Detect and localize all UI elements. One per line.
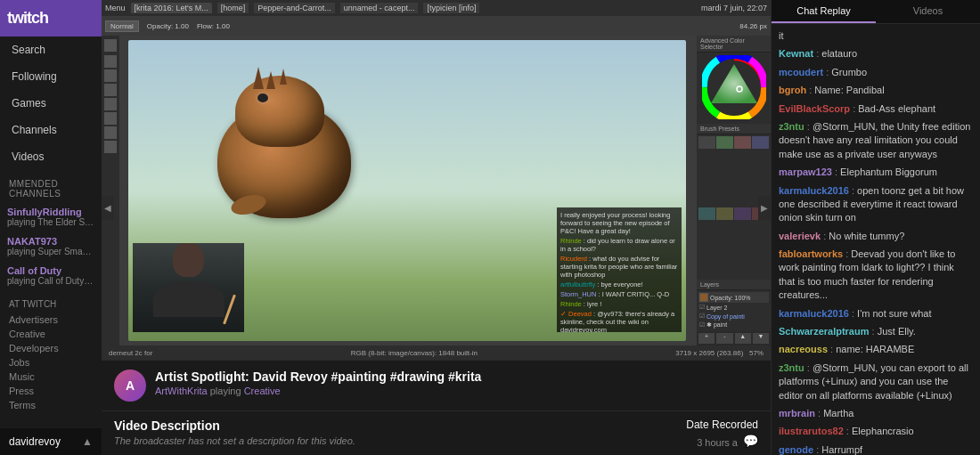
sidebar-channel-nakat[interactable]: NAKAT973 playing Super Smash Bros. for..…	[0, 232, 102, 261]
chat-username[interactable]: Kewnat	[779, 48, 813, 59]
chat-messages-container: itKewnat : elatauromcoudert : Grumbobgro…	[772, 24, 980, 455]
chat-username[interactable]: karmaluck2016	[779, 308, 849, 319]
brush-preset[interactable]	[698, 136, 715, 149]
footer-link-press[interactable]: Press	[0, 384, 102, 398]
krita-window-tab1[interactable]: [krita 2016: Let's M...	[131, 3, 212, 13]
chat-message: marpaw123 : Elephantum Biggorum	[779, 166, 973, 179]
tool-btn-3[interactable]	[104, 69, 117, 82]
layers-up-btn[interactable]: ▲	[735, 333, 751, 344]
sidebar-item-videos[interactable]: Videos	[0, 143, 102, 170]
chat-message: z3ntu : @Storm_HUN, the Unity free editi…	[779, 120, 973, 161]
date-recorded-label: Date Recorded	[686, 418, 758, 431]
left-chevron-button[interactable]: ◀	[102, 196, 114, 220]
main-content: Menu [krita 2016: Let's M... [home] Pepp…	[102, 0, 771, 455]
chat-username[interactable]: z3ntu	[779, 362, 804, 373]
chat-message: genode : Harrumpf	[779, 443, 973, 455]
description-section: Video Description The broadcaster has no…	[114, 418, 686, 448]
description-area: Video Description The broadcaster has no…	[102, 410, 771, 455]
krita-window-tab5[interactable]: [typicien [info]	[423, 3, 479, 13]
username-label[interactable]: davidrevoy	[9, 435, 61, 448]
brush-preset[interactable]	[734, 136, 751, 149]
chat-message: nacreouss : name: HARAMBE	[779, 343, 973, 356]
chat-username[interactable]: valerievk	[779, 231, 821, 241]
tool-btn-7[interactable]	[104, 126, 117, 139]
chat-username[interactable]: mrbrain	[779, 408, 815, 418]
chat-username[interactable]: z3ntu	[779, 121, 804, 132]
krita-menubar: Menu [krita 2016: Let's M... [home] Pepp…	[102, 0, 771, 16]
krita-opacity-label: Opacity: 1.00	[147, 22, 189, 30]
chat-username[interactable]: Schwarzeralptraum	[779, 326, 869, 337]
sidebar-channel-sinfully[interactable]: SinfullyRiddling playing The Elder Scrol…	[0, 202, 102, 232]
footer-link-developers[interactable]: Developers	[0, 341, 102, 355]
tool-btn-5[interactable]	[104, 98, 117, 110]
sidebar-item-search[interactable]: Search	[0, 37, 102, 63]
brush-preset[interactable]	[716, 207, 733, 220]
layers-delete-btn[interactable]: -	[716, 333, 732, 344]
user-chevron-icon[interactable]: ▲	[82, 435, 93, 448]
footer-link-jobs[interactable]: Jobs	[0, 355, 102, 370]
chat-message: EvilBlackScorp : Bad-Ass elephant	[779, 102, 973, 116]
tool-btn-4[interactable]	[104, 84, 117, 96]
chat-username[interactable]: karmaluck2016	[779, 185, 849, 196]
tab-chat-replay[interactable]: Chat Replay	[772, 0, 876, 23]
chat-username[interactable]: nacreouss	[779, 344, 828, 354]
channel-link[interactable]: ArtWithKrita	[155, 386, 208, 396]
chat-message: bgroh : Name: Pandibal	[779, 84, 973, 97]
chat-message: valerievk : No white tummy?	[779, 230, 973, 243]
chat-username[interactable]: EvilBlackScorp	[779, 103, 850, 114]
brush-preset[interactable]	[734, 207, 751, 220]
krita-canvas[interactable]: I really enjoyed your process! looking f…	[119, 36, 695, 345]
sidebar-item-following[interactable]: Following	[0, 63, 102, 90]
footer-link-creative[interactable]: Creative	[0, 327, 102, 341]
brush-preset[interactable]	[716, 136, 733, 149]
tool-btn-6[interactable]	[104, 112, 117, 125]
chat-username[interactable]: fabloartworks	[779, 248, 843, 259]
right-chevron-button[interactable]: ▶	[758, 196, 771, 220]
chat-username[interactable]: ilustrarutos82	[779, 426, 844, 436]
sidebar-channel-cod[interactable]: Call of Duty playing Call of Duty: Black…	[0, 261, 102, 290]
layer-row-2[interactable]: ☑ Layer 2	[698, 303, 769, 312]
sidebar-item-games[interactable]: Games	[0, 90, 102, 117]
layer-row[interactable]: Opacity: 100%	[698, 292, 769, 303]
sidebar-item-channels[interactable]: Channels	[0, 117, 102, 143]
color-wheel[interactable]	[697, 53, 771, 122]
krita-toolbar: Normal Opacity: 1.00 Flow: 1.00 84.26 px	[102, 16, 771, 36]
chat-message: mrbrain : Martha	[779, 407, 973, 420]
chat-message: it	[779, 29, 973, 43]
krita-menu-item[interactable]: Menu	[105, 4, 126, 12]
tool-btn-1[interactable]	[104, 39, 117, 52]
twitch-logo[interactable]: twitch	[7, 9, 48, 27]
brush-preset[interactable]	[752, 136, 769, 149]
stream-info-bar: A Artist Spotlight: David Revoy #paintin…	[102, 360, 771, 410]
tool-btn-8[interactable]	[104, 141, 117, 153]
krita-right-panel: Advanced Color Selector	[697, 36, 771, 345]
video-player[interactable]: Menu [krita 2016: Let's M... [home] Pepp…	[102, 0, 771, 360]
chat-username[interactable]: marpaw123	[779, 167, 832, 177]
brush-preset[interactable]	[698, 207, 715, 220]
footer-link-music[interactable]: Music	[0, 370, 102, 384]
krita-window-tab4[interactable]: unnamed - cacept...	[340, 3, 419, 13]
recommended-header: MMENDED CHANNELS	[0, 170, 102, 202]
footer-link-advertisers[interactable]: Advertisers	[0, 313, 102, 327]
layers-dn-btn[interactable]: ▼	[753, 333, 769, 344]
layers-add-btn[interactable]: +	[698, 333, 715, 344]
status-right: 3719 x 2695 (263.86) 57%	[675, 349, 764, 357]
layer-row-3[interactable]: ☑ Copy of painti	[698, 312, 769, 321]
logo-area: twitch	[0, 0, 102, 37]
date-recorded-value: 3 hours a	[697, 437, 738, 448]
chat-username[interactable]: mcoudert	[779, 67, 823, 77]
layer-row-4[interactable]: ☑ ✱ paint	[698, 321, 769, 329]
krita-window-tab3[interactable]: Pepper-and-Carrot...	[254, 3, 335, 13]
krita-window-tab2[interactable]: [home]	[217, 3, 249, 13]
chat-bubble-icon[interactable]: 💬	[743, 434, 758, 448]
status-mid: RGB (8-bit: image/canvas): 1848 built-in	[351, 349, 478, 357]
krita-flow-label: Flow: 1.00	[197, 22, 230, 30]
krita-tool-normal[interactable]: Normal	[105, 20, 139, 32]
date-recorded-section: Date Recorded 3 hours a 💬	[686, 418, 758, 448]
footer-link-terms[interactable]: Terms	[0, 398, 102, 412]
tab-videos[interactable]: Videos	[876, 0, 980, 23]
tool-btn-2[interactable]	[104, 55, 117, 68]
chat-username[interactable]: genode	[779, 444, 813, 455]
category-link[interactable]: Creative	[244, 386, 281, 396]
chat-username[interactable]: bgroh	[779, 85, 806, 95]
